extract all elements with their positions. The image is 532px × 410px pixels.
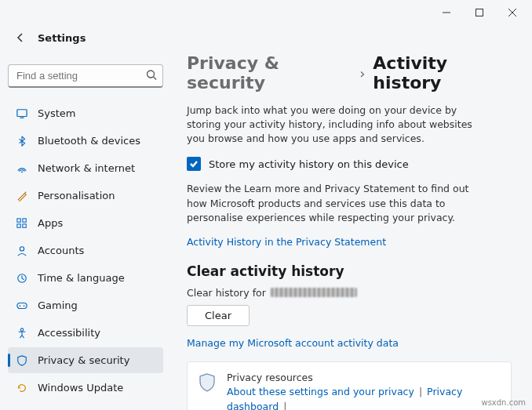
update-icon: [16, 382, 28, 394]
svg-line-5: [154, 77, 157, 80]
clear-for-label: Clear history for: [187, 287, 512, 299]
title-bar: [0, 0, 532, 25]
redacted-account: [271, 288, 357, 297]
sidebar-item-update[interactable]: Windows Update: [8, 375, 163, 401]
store-history-label: Store my activity history on this device: [209, 158, 409, 170]
svg-rect-10: [17, 218, 20, 221]
svg-rect-11: [23, 218, 26, 221]
svg-point-14: [20, 246, 24, 250]
svg-rect-13: [23, 223, 26, 227]
breadcrumb: Privacy & security › Activity history: [187, 53, 512, 93]
clear-button[interactable]: Clear: [187, 305, 250, 326]
svg-point-17: [20, 305, 21, 307]
sidebar-item-label: Accessibility: [38, 327, 100, 339]
sidebar-item-personalisation[interactable]: Personalisation: [8, 183, 163, 209]
minimize-button[interactable]: [430, 2, 463, 24]
shield-icon: [199, 373, 216, 394]
sidebar-item-gaming[interactable]: Gaming: [8, 292, 163, 318]
sidebar-item-label: Apps: [38, 217, 63, 229]
store-history-checkbox[interactable]: [187, 157, 201, 171]
page-title: Activity history: [373, 53, 512, 93]
system-icon: [16, 107, 28, 120]
personalisation-icon: [16, 190, 28, 202]
svg-line-9: [25, 191, 27, 193]
sidebar-item-accessibility[interactable]: Accessibility: [8, 320, 163, 346]
svg-point-8: [21, 171, 23, 172]
sidebar-item-label: Privacy & security: [38, 354, 129, 366]
breadcrumb-parent[interactable]: Privacy & security: [187, 53, 352, 93]
sidebar-item-bluetooth[interactable]: Bluetooth & devices: [8, 128, 163, 154]
search-input[interactable]: [8, 64, 163, 88]
svg-point-19: [20, 328, 24, 331]
sidebar: System Bluetooth & devices Network & int…: [0, 50, 168, 410]
sidebar-item-accounts[interactable]: Accounts: [8, 238, 163, 263]
sidebar-item-label: Accounts: [38, 245, 84, 256]
svg-point-18: [24, 305, 25, 307]
svg-rect-6: [17, 109, 27, 116]
accessibility-icon: [16, 327, 28, 339]
maximize-button[interactable]: [463, 2, 496, 24]
window-title: Settings: [38, 32, 86, 44]
sidebar-item-time[interactable]: Time & language: [8, 265, 163, 291]
resources-link-about[interactable]: About these settings and your privacy: [227, 386, 414, 397]
review-text: Review the Learn more and Privacy Statem…: [187, 182, 485, 224]
search-icon: [146, 70, 157, 83]
apps-icon: [16, 217, 28, 230]
clear-history-heading: Clear activity history: [187, 263, 512, 279]
manage-account-link[interactable]: Manage my Microsoft account activity dat…: [187, 337, 512, 349]
network-icon: [16, 162, 28, 175]
svg-rect-12: [17, 223, 20, 227]
sidebar-item-label: Time & language: [38, 272, 125, 284]
resources-title: Privacy resources: [227, 372, 500, 383]
chevron-right-icon: ›: [359, 65, 365, 82]
privacy-resources-card: Privacy resources About these settings a…: [187, 361, 512, 410]
watermark: wsxdn.com: [481, 398, 526, 407]
time-icon: [16, 272, 28, 285]
sidebar-item-label: Personalisation: [38, 190, 115, 201]
search-box[interactable]: [8, 64, 163, 88]
sidebar-item-label: Network & internet: [38, 162, 135, 174]
sidebar-item-label: Windows Update: [38, 382, 123, 394]
sidebar-item-label: System: [38, 107, 75, 119]
sidebar-item-label: Bluetooth & devices: [38, 135, 140, 147]
close-button[interactable]: [496, 2, 529, 24]
sidebar-item-label: Gaming: [38, 299, 78, 311]
sidebar-item-apps[interactable]: Apps: [8, 210, 163, 236]
accounts-icon: [16, 245, 28, 257]
main-content: Privacy & security › Activity history Ju…: [168, 50, 532, 410]
window-header: Settings: [0, 25, 532, 50]
svg-rect-1: [476, 9, 483, 16]
sidebar-item-network[interactable]: Network & internet: [8, 155, 163, 181]
svg-rect-16: [17, 303, 27, 308]
privacy-icon: [16, 354, 28, 367]
sidebar-item-system[interactable]: System: [8, 100, 163, 126]
intro-text: Jump back into what you were doing on yo…: [187, 103, 485, 146]
sidebar-item-privacy[interactable]: Privacy & security: [8, 347, 163, 373]
privacy-statement-link[interactable]: Activity History in the Privacy Statemen…: [187, 236, 512, 248]
back-button[interactable]: [11, 28, 30, 47]
svg-point-4: [148, 71, 155, 78]
bluetooth-icon: [16, 135, 28, 147]
gaming-icon: [16, 299, 28, 312]
store-history-row[interactable]: Store my activity history on this device: [187, 157, 512, 171]
